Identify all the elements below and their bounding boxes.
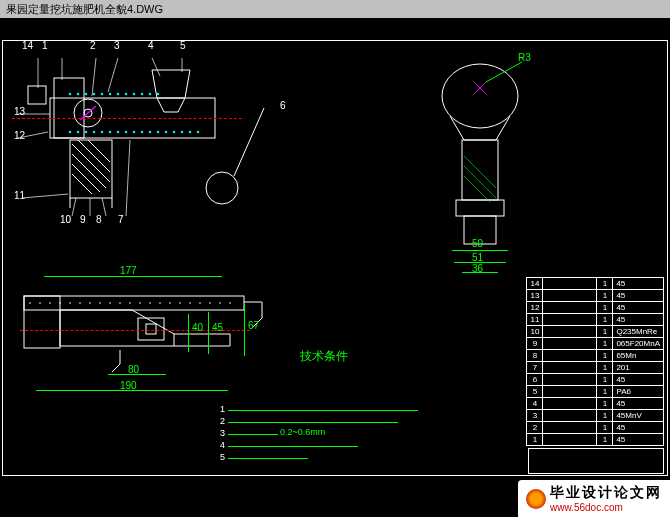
part-mat: 45 <box>613 290 664 302</box>
note-4: 4 <box>220 440 225 450</box>
svg-point-40 <box>189 131 191 133</box>
part-qty: 1 <box>597 386 613 398</box>
svg-rect-1 <box>28 86 46 104</box>
svg-point-25 <box>69 131 71 133</box>
svg-line-6 <box>72 144 110 182</box>
svg-point-33 <box>133 131 135 133</box>
svg-line-48 <box>152 58 160 76</box>
dim-50-line <box>452 250 508 251</box>
radius-note: R3 <box>518 52 531 63</box>
part-mat: 45 <box>613 434 664 446</box>
part-no: 9 <box>527 338 543 350</box>
svg-line-9 <box>72 174 92 194</box>
part-no: 3 <box>527 410 543 422</box>
part-mat: Q235MnRe <box>613 326 664 338</box>
svg-point-14 <box>77 93 79 95</box>
dim-45: 45 <box>212 322 223 333</box>
leader-8: 8 <box>96 214 102 225</box>
svg-line-52 <box>22 194 68 198</box>
table-row: 71201 <box>527 362 664 374</box>
part-no: 1 <box>527 434 543 446</box>
part-no: 7 <box>527 362 543 374</box>
svg-point-28 <box>93 131 95 133</box>
part-no: 14 <box>527 278 543 290</box>
centerline-1 <box>12 118 242 119</box>
part-name <box>543 278 597 290</box>
svg-line-55 <box>102 198 106 216</box>
svg-point-18 <box>109 93 111 95</box>
table-row: 1145 <box>527 434 664 446</box>
svg-line-7 <box>72 154 106 188</box>
part-name <box>543 326 597 338</box>
note-1: 1 <box>220 404 225 414</box>
svg-point-16 <box>93 93 95 95</box>
dim-51: 51 <box>472 252 483 263</box>
svg-point-34 <box>141 131 143 133</box>
svg-point-30 <box>109 131 111 133</box>
table-row: 14145 <box>527 278 664 290</box>
part-qty: 1 <box>597 338 613 350</box>
svg-point-60 <box>442 64 518 128</box>
svg-point-37 <box>165 131 167 133</box>
part-name <box>543 350 597 362</box>
part-mat: 45 <box>613 398 664 410</box>
svg-point-20 <box>125 93 127 95</box>
part-no: 11 <box>527 314 543 326</box>
svg-point-88 <box>139 302 141 304</box>
svg-point-41 <box>197 131 199 133</box>
svg-point-21 <box>133 93 135 95</box>
svg-point-15 <box>85 93 87 95</box>
svg-point-94 <box>199 302 201 304</box>
svg-line-53 <box>72 198 76 216</box>
svg-point-22 <box>141 93 143 95</box>
part-no: 13 <box>527 290 543 302</box>
part-mat: 45 <box>613 278 664 290</box>
note-1-line <box>228 410 418 411</box>
note-2-line <box>228 422 398 423</box>
watermark: 毕业设计论文网 www.56doc.com <box>518 480 670 517</box>
part-name <box>543 410 597 422</box>
part-mat: 65Mn <box>613 350 664 362</box>
svg-point-57 <box>206 172 238 204</box>
note-frag: 0.2~0.6mm <box>280 427 325 437</box>
dim-50: 50 <box>472 238 483 249</box>
part-name <box>543 422 597 434</box>
svg-point-31 <box>117 131 119 133</box>
watermark-text: 毕业设计论文网 <box>550 484 662 502</box>
table-row: 6145 <box>527 374 664 386</box>
svg-point-90 <box>159 302 161 304</box>
dim-67-line <box>244 304 245 356</box>
table-row: 13145 <box>527 290 664 302</box>
dim-40: 40 <box>192 322 203 333</box>
note-3: 3 <box>220 428 225 438</box>
note-5: 5 <box>220 452 225 462</box>
leader-5: 5 <box>180 40 186 51</box>
table-row: 2145 <box>527 422 664 434</box>
svg-rect-73 <box>146 324 156 334</box>
svg-point-85 <box>109 302 111 304</box>
part-name <box>543 374 597 386</box>
part-qty: 1 <box>597 302 613 314</box>
bottom-left-view <box>10 268 280 398</box>
part-qty: 1 <box>597 350 613 362</box>
svg-line-66 <box>464 176 490 202</box>
part-name <box>543 290 597 302</box>
part-qty: 1 <box>597 398 613 410</box>
table-row: 51PA6 <box>527 386 664 398</box>
part-name <box>543 398 597 410</box>
svg-point-19 <box>117 93 119 95</box>
svg-rect-61 <box>462 140 498 200</box>
svg-point-97 <box>229 302 231 304</box>
leader-14: 14 <box>22 40 33 51</box>
part-no: 12 <box>527 302 543 314</box>
svg-rect-62 <box>456 200 504 216</box>
svg-line-56 <box>126 140 130 216</box>
table-row: 101Q235MnRe <box>527 326 664 338</box>
svg-point-86 <box>119 302 121 304</box>
window-title: 果园定量挖坑施肥机全貌4.DWG <box>6 3 163 15</box>
leader-11: 11 <box>14 190 25 201</box>
svg-line-65 <box>464 156 496 188</box>
part-no: 5 <box>527 386 543 398</box>
note-2: 2 <box>220 416 225 426</box>
watermark-logo-icon <box>526 489 546 509</box>
